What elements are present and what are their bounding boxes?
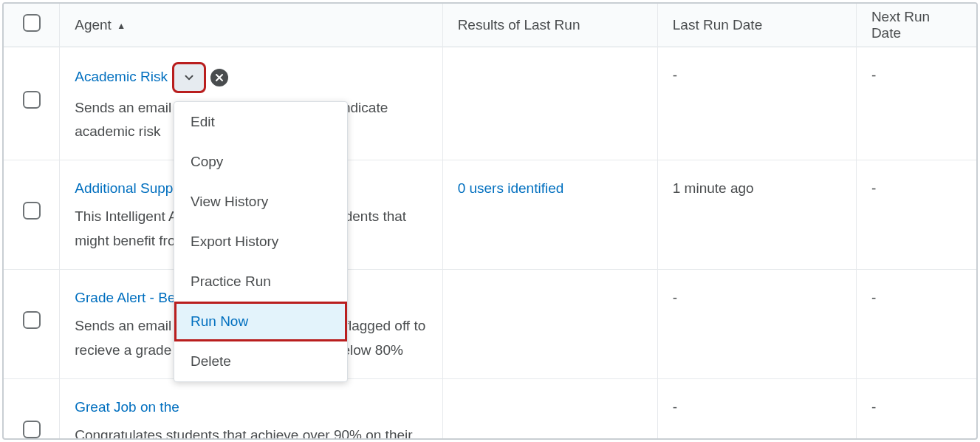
last-run-cell: - (657, 378, 856, 440)
dropdown-item-export-history[interactable]: Export History (174, 222, 347, 262)
header-checkbox-cell (4, 4, 60, 47)
disabled-status-icon (210, 69, 228, 86)
dropdown-item-edit[interactable]: Edit (174, 102, 347, 142)
agents-table: Agent ▲ Results of Last Run Last Run Dat… (4, 4, 976, 440)
agent-link[interactable]: Great Job on the (75, 395, 179, 419)
row-checkbox[interactable] (23, 91, 41, 109)
table-row: Great Job on the Congratulates students … (4, 378, 976, 440)
table-row: Academic Risk Sends an email to the stud… (4, 47, 976, 160)
results-cell (442, 269, 657, 378)
header-last-label: Last Run Date (673, 17, 762, 33)
dropdown-item-practice-run[interactable]: Practice Run (174, 262, 347, 302)
row-checkbox[interactable] (23, 202, 41, 220)
header-results[interactable]: Results of Last Run (442, 4, 657, 47)
next-run-cell: - (856, 269, 976, 378)
results-cell: 0 users identified (442, 160, 657, 270)
header-results-label: Results of Last Run (458, 17, 580, 33)
agent-link[interactable]: Grade Alert - Be (75, 286, 175, 310)
next-run-cell: - (856, 378, 976, 440)
table-row: Additional Supp This Intelligent Agent i… (4, 160, 976, 270)
results-cell (442, 378, 657, 440)
agent-link[interactable]: Academic Risk (75, 65, 168, 89)
dropdown-item-delete[interactable]: Delete (174, 341, 347, 381)
close-icon (215, 73, 224, 82)
header-agent[interactable]: Agent ▲ (60, 4, 442, 47)
header-next-label: Next Run Date (871, 9, 930, 41)
header-last-run[interactable]: Last Run Date (657, 4, 856, 47)
last-run-cell: 1 minute ago (657, 160, 856, 270)
header-agent-label: Agent (75, 17, 112, 33)
header-next-run[interactable]: Next Run Date (856, 4, 976, 47)
results-link[interactable]: 0 users identified (458, 180, 564, 196)
agent-link[interactable]: Additional Supp (75, 177, 173, 200)
next-run-cell: - (856, 47, 976, 160)
row-checkbox[interactable] (23, 421, 41, 438)
agent-actions-dropdown-button[interactable] (174, 64, 205, 92)
dropdown-item-view-history[interactable]: View History (174, 182, 347, 222)
last-run-cell: - (657, 47, 856, 160)
row-checkbox[interactable] (23, 311, 41, 329)
select-all-checkbox[interactable] (23, 14, 41, 32)
dropdown-item-copy[interactable]: Copy (174, 142, 347, 182)
last-run-cell: - (657, 269, 856, 378)
chevron-down-icon (182, 71, 196, 84)
agents-table-container: Agent ▲ Results of Last Run Last Run Dat… (2, 2, 978, 440)
sort-asc-icon: ▲ (117, 21, 126, 31)
results-cell (442, 47, 657, 160)
table-row: Grade Alert - Be Sends an email to stude… (4, 269, 976, 378)
next-run-cell: - (856, 160, 976, 270)
dropdown-item-run-now[interactable]: Run Now (174, 302, 347, 341)
agent-description: Congratulates students that achieve over… (75, 424, 427, 440)
agent-actions-dropdown-menu: Edit Copy View History Export History Pr… (174, 101, 348, 382)
